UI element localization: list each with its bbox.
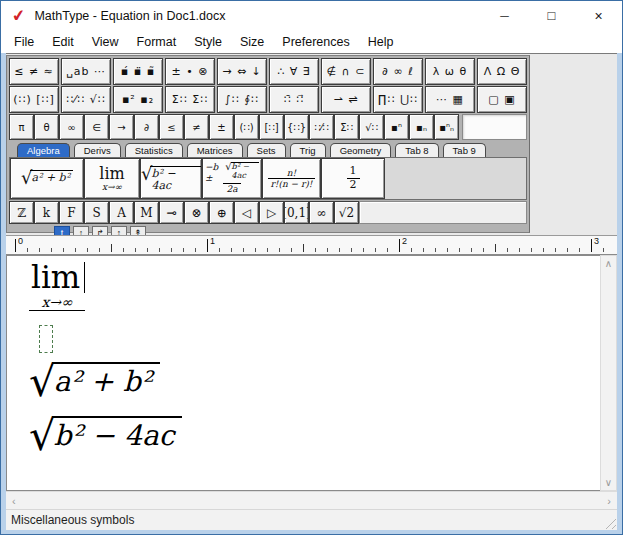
palette-fence-templates[interactable]: (∷) [∷] — [9, 86, 59, 113]
tab-8[interactable]: Tab 8 — [395, 143, 438, 157]
minimize-button[interactable]: ─ — [481, 1, 528, 30]
expr-letter-k[interactable]: k — [34, 201, 59, 224]
palette-logic-symbols[interactable]: ∴ ∀ ∃ — [269, 58, 319, 85]
palette-bar-arrow-templates[interactable]: ∷̄ ∷⃗ — [269, 86, 319, 113]
template-radical[interactable]: √∷ — [359, 114, 384, 140]
palette-greek-uppercase[interactable]: Λ Ω Θ — [477, 58, 527, 85]
window-frame: ≤ ≠ ≈␣ab ⋯▪́ ▪̈ ▪̃± • ⊗→ ⇔ ↓∴ ∀ ∃∉ ∩ ⊂∂ … — [1, 53, 622, 534]
palette-set-theory-symbols[interactable]: ∉ ∩ ⊂ — [321, 58, 371, 85]
expr-circled-times[interactable]: ⊗ — [184, 201, 209, 224]
window-title: MathType - Equation in Doc1.docx — [34, 9, 225, 23]
horizontal-scrollbar[interactable]: ‹ › — [6, 491, 617, 509]
palette-embellishments[interactable]: ▪́ ▪̈ ▪̃ — [113, 58, 163, 85]
equation-sqrt-a2-plus-b2[interactable]: √a² + b² — [29, 362, 160, 402]
template-superscript[interactable]: ▪ⁿ — [384, 114, 409, 140]
menu-style[interactable]: Style — [185, 32, 231, 52]
menu-format[interactable]: Format — [128, 32, 186, 52]
symbol-pi[interactable]: π — [9, 114, 34, 140]
expr-triangle-right[interactable]: ▷ — [259, 201, 284, 224]
palette-spaces-ellipses[interactable]: ␣ab ⋯ — [61, 58, 111, 85]
letters-buttons: ℤkFSAM⊸⊗⊕◁▷[0,1]∞√2 — [9, 201, 359, 224]
symbol-right-arrow[interactable]: → — [109, 114, 134, 140]
scroll-left-icon[interactable]: ‹ — [12, 495, 16, 507]
tab-trig[interactable]: Trig — [290, 143, 326, 157]
template-summation[interactable]: Σ∷ — [334, 114, 359, 140]
palette-product-templates[interactable]: ∏∷ ⋃∷ — [373, 86, 423, 113]
mathtype-logo-icon: ✔ — [11, 7, 27, 25]
palette-labeled-arrow-templates[interactable]: ⇀ ⇌ — [321, 86, 371, 113]
symbol-infinity[interactable]: ∞ — [59, 114, 84, 140]
palette-relational-symbols[interactable]: ≤ ≠ ≈ — [9, 58, 59, 85]
scroll-up-icon[interactable]: ∧ — [605, 256, 612, 271]
symbol-plus-minus[interactable]: ± — [209, 114, 234, 140]
menu-edit[interactable]: Edit — [43, 32, 83, 52]
symbol-less-equal[interactable]: ≤ — [159, 114, 184, 140]
mathtype-window: ✔ MathType - Equation in Doc1.docx ─ □ ×… — [0, 0, 623, 535]
tab-sets[interactable]: Sets — [247, 143, 286, 157]
equation-sqrt-b2-minus-4ac[interactable]: √b² − 4ac — [29, 416, 182, 456]
equation-canvas[interactable]: lim x→∞ √a² + b² √b² − 4ac — [6, 255, 600, 491]
expr-interval-01[interactable]: [0,1] — [284, 201, 309, 224]
palette-script-templates[interactable]: ▪² ▪₂ — [113, 86, 163, 113]
expression-quadratic-formula[interactable]: −b ±√b² − 4ac 2a — [202, 158, 262, 199]
ruler[interactable]: 0123 — [6, 235, 617, 255]
expression-one-half[interactable]: 12 — [321, 158, 385, 199]
resize-grip-icon[interactable] — [603, 516, 616, 529]
radical-sign: √ — [29, 417, 56, 455]
expr-infinity[interactable]: ∞ — [309, 201, 334, 224]
expr-fraktur-a[interactable]: A — [109, 201, 134, 224]
close-button[interactable]: × — [575, 1, 622, 30]
template-fraction[interactable]: ∷⁄∷ — [309, 114, 334, 140]
scroll-down-icon[interactable]: ∨ — [605, 475, 612, 490]
expression-sqrt-a2-plus-b2[interactable]: √a² + b² — [10, 158, 84, 199]
limit-expression[interactable]: lim x→∞ — [29, 262, 85, 311]
template-subsuperscript[interactable]: ▪ⁿₙ — [434, 114, 459, 140]
palette-sum-templates[interactable]: Σ∷ Σ∷ — [165, 86, 215, 113]
expr-multimap[interactable]: ⊸ — [159, 201, 184, 224]
tab-geometry[interactable]: Geometry — [330, 143, 392, 157]
tab-statistics[interactable]: Statistics — [125, 143, 183, 157]
menu-size[interactable]: Size — [231, 32, 273, 52]
menu-file[interactable]: File — [5, 32, 43, 52]
palette-arrow-symbols[interactable]: → ⇔ ↓ — [217, 58, 267, 85]
expr-double-struck-z[interactable]: ℤ — [9, 201, 34, 224]
tab-algebra[interactable]: Algebra — [17, 143, 70, 157]
palette-misc-symbols[interactable]: ∂ ∞ ℓ — [373, 58, 423, 85]
tab-matrices[interactable]: Matrices — [187, 143, 243, 157]
status-text: Miscellaneous symbols — [11, 513, 134, 527]
expr-fraktur-m[interactable]: M — [134, 201, 159, 224]
tab-derivs[interactable]: Derivs — [74, 143, 121, 157]
expr-letter-f[interactable]: F — [59, 201, 84, 224]
template-parentheses[interactable]: (∷) — [234, 114, 259, 140]
palette-fraction-radical-templates[interactable]: ∷⁄∷ √∷ — [61, 86, 111, 113]
palette-greek-lowercase[interactable]: λ ω θ — [425, 58, 475, 85]
tab-9[interactable]: Tab 9 — [443, 143, 486, 157]
editor-row: lim x→∞ √a² + b² √b² − 4ac ∧ ∨ — [6, 255, 617, 491]
title-bar: ✔ MathType - Equation in Doc1.docx ─ □ × — [1, 1, 622, 30]
palette-integral-templates[interactable]: ∫∷ ∮∷ — [217, 86, 267, 113]
expression-limit[interactable]: limx→∞ — [84, 158, 140, 199]
maximize-button[interactable]: □ — [528, 1, 575, 30]
expr-circled-plus[interactable]: ⊕ — [209, 201, 234, 224]
expr-sqrt-2[interactable]: √2 — [334, 201, 359, 224]
menu-help[interactable]: Help — [359, 32, 403, 52]
expression-sqrt-b2-minus-4ac[interactable]: √b² − 4ac — [140, 158, 202, 199]
template-braces[interactable]: {∷} — [284, 114, 309, 140]
expr-triangle-left[interactable]: ◁ — [234, 201, 259, 224]
vertical-scrollbar[interactable]: ∧ ∨ — [600, 255, 617, 491]
palette-matrix-templates[interactable]: ⋯ ▦ — [425, 86, 475, 113]
template-subscript[interactable]: ▪ₙ — [409, 114, 434, 140]
expression-combination-formula[interactable]: n!r!(n − r)! — [262, 158, 321, 199]
expr-letter-s[interactable]: S — [84, 201, 109, 224]
empty-slot-placeholder[interactable] — [39, 325, 53, 353]
palette-operator-symbols[interactable]: ± • ⊗ — [165, 58, 215, 85]
symbol-element-of[interactable]: ∈ — [84, 114, 109, 140]
template-brackets[interactable]: [∷] — [259, 114, 284, 140]
scroll-right-icon[interactable]: › — [607, 495, 611, 507]
menu-preferences[interactable]: Preferences — [273, 32, 358, 52]
menu-view[interactable]: View — [83, 32, 128, 52]
symbol-not-equal[interactable]: ≠ — [184, 114, 209, 140]
symbol-theta[interactable]: θ — [34, 114, 59, 140]
palette-box-templates[interactable]: ▢ ▣ — [477, 86, 527, 113]
symbol-partial[interactable]: ∂ — [134, 114, 159, 140]
